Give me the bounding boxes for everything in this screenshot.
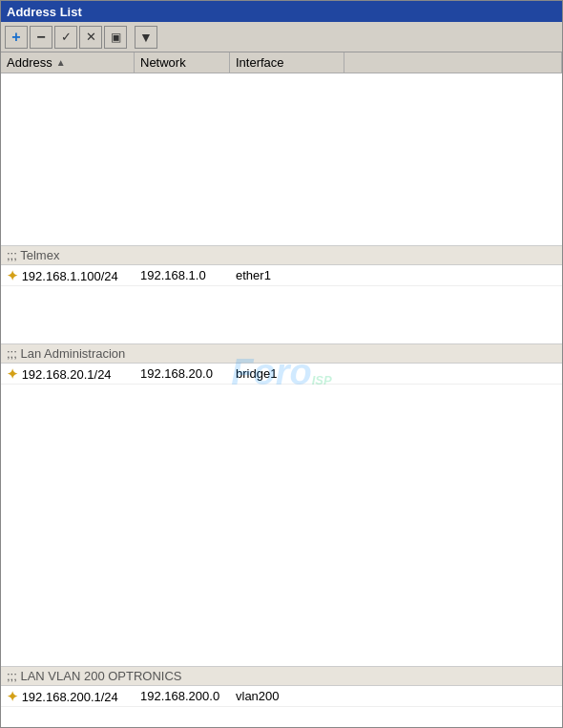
cell-network-1: 192.168.20.0 <box>135 364 230 383</box>
row-status-icon: ✦ <box>7 268 18 283</box>
main-window: Address List + − ✓ ✕ ▣ ▼ Address ▲ Netwo… <box>0 0 563 728</box>
cell-interface-1: bridge1 <box>230 364 344 383</box>
section-header-lan-admin: ;;; Lan Administracion <box>1 343 562 364</box>
table-row[interactable]: ✦ 192.168.200.1/24 192.168.200.0 vlan200 <box>1 686 562 707</box>
row-status-icon: ✦ <box>7 689 18 704</box>
column-network[interactable]: Network <box>135 52 230 73</box>
section-header-vlan200: ;;; LAN VLAN 200 OPTRONICS <box>1 666 562 686</box>
content-area[interactable]: ;;; Telmex ✦ 192.168.1.100/24 192.168.1.… <box>1 73 562 727</box>
window-title: Address List <box>7 5 82 19</box>
section-header-telmex: ;;; Telmex <box>1 245 562 265</box>
cell-address-0: ✦ 192.168.1.100/24 <box>1 266 135 285</box>
table-header: Address ▲ Network Interface <box>1 52 562 73</box>
add-button[interactable]: + <box>5 26 28 49</box>
cell-network-0: 192.168.1.0 <box>135 266 230 284</box>
column-rest <box>344 52 562 73</box>
column-interface[interactable]: Interface <box>230 52 344 73</box>
empty-area-middle1 <box>1 286 562 343</box>
cell-address-1: ✦ 192.168.20.1/24 <box>1 364 135 384</box>
filter-button[interactable]: ▼ <box>135 26 157 49</box>
cell-interface-0: ether1 <box>230 266 344 284</box>
column-address[interactable]: Address ▲ <box>1 52 135 73</box>
remove-button[interactable]: − <box>30 26 52 49</box>
cancel-button[interactable]: ✕ <box>79 26 102 49</box>
copy-button[interactable]: ▣ <box>104 26 127 49</box>
title-bar: Address List <box>1 1 562 22</box>
cell-rest-2 <box>344 695 562 698</box>
check-button[interactable]: ✓ <box>54 26 77 49</box>
cell-network-2: 192.168.200.0 <box>135 687 230 705</box>
cell-rest-1 <box>344 372 562 376</box>
toolbar: + − ✓ ✕ ▣ ▼ <box>1 22 562 52</box>
empty-area-middle2 <box>1 385 562 666</box>
cell-address-2: ✦ 192.168.200.1/24 <box>1 687 135 706</box>
cell-rest-0 <box>344 274 562 278</box>
table-row[interactable]: ✦ 192.168.1.100/24 192.168.1.0 ether1 <box>1 265 562 286</box>
row-status-icon: ✦ <box>7 366 18 382</box>
table-row[interactable]: ✦ 192.168.20.1/24 192.168.20.0 bridge1 <box>1 364 562 385</box>
cell-interface-2: vlan200 <box>230 687 344 705</box>
empty-area-top <box>1 73 562 245</box>
sort-arrow-icon: ▲ <box>56 57 66 68</box>
